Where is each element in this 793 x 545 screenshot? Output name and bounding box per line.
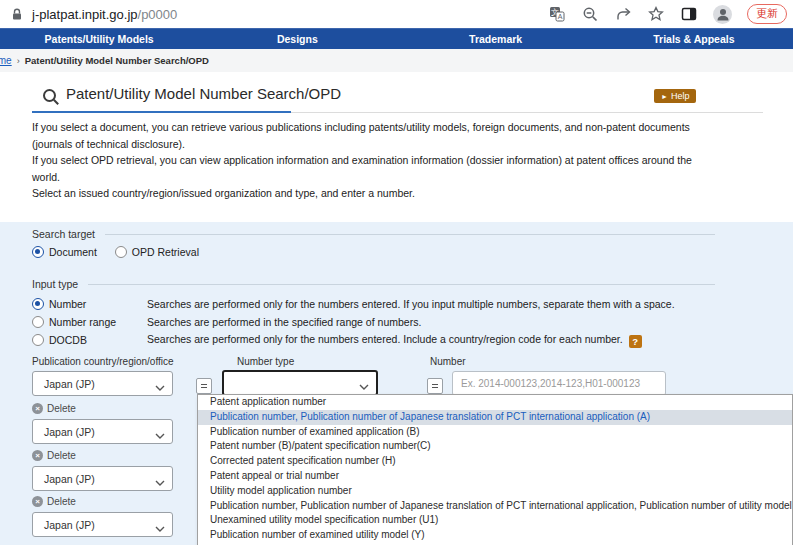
side-panel-icon[interactable] (680, 5, 698, 23)
address-bar[interactable]: j-platpat.inpit.go.jp/p0000 (10, 7, 548, 22)
chrome-toolbar: 文A 更新 (548, 4, 793, 24)
number-option-description: Searches are performed only for the numb… (147, 298, 675, 310)
number-type-column-label: Number type (237, 356, 294, 367)
equals-icon (427, 378, 443, 394)
description-line: If you select OPD retrieval, you can vie… (32, 152, 692, 169)
breadcrumb-home-link[interactable]: Home (0, 55, 12, 66)
number-input-1[interactable] (452, 371, 666, 396)
dropdown-option[interactable]: Patent application number (198, 395, 792, 410)
dropdown-option[interactable]: Utility model application number (198, 484, 792, 499)
dropdown-option[interactable]: Unexamined utility model specification n… (198, 513, 792, 528)
bookmark-star-icon[interactable] (647, 5, 665, 23)
search-target-options: Document OPD Retrieval (32, 246, 199, 258)
dropdown-option[interactable]: Publication number of examined applicati… (198, 425, 792, 440)
nav-trials-appeals[interactable]: Trials & Appeals (595, 29, 793, 50)
radio-number-range-label[interactable]: Number range (49, 316, 134, 328)
country-column-label: Publication country/region/office (32, 356, 174, 367)
radio-number[interactable] (32, 298, 44, 310)
browser-chrome: j-platpat.inpit.go.jp/p0000 文A 更新 (0, 0, 793, 29)
input-type-row-number: Number Searches are performed only for t… (32, 295, 772, 313)
delete-label: Delete (47, 496, 76, 507)
dropdown-option[interactable]: Corrected patent specification number (H… (198, 454, 792, 469)
number-range-option-description: Searches are performed in the specified … (147, 316, 421, 328)
input-type-label: Input type (32, 278, 78, 290)
delete-row-button[interactable]: × Delete (32, 403, 76, 414)
docdb-help-icon[interactable]: ? (629, 335, 642, 348)
dropdown-option[interactable]: Publication number of examined utility m… (198, 528, 792, 543)
delete-label: Delete (47, 403, 76, 414)
radio-number-label[interactable]: Number (49, 298, 134, 310)
input-type-section-header: Input type (32, 278, 715, 290)
help-button[interactable]: ► Help (654, 89, 696, 103)
delete-circle-icon: × (32, 496, 43, 507)
search-icon (42, 88, 60, 110)
share-icon[interactable] (614, 5, 632, 23)
search-target-section-header: Search target (32, 228, 715, 240)
number-type-select-1[interactable] (222, 370, 378, 396)
country-select-4-value: Japan (JP) (44, 519, 95, 531)
description-line: Select an issued country/region/issued o… (32, 185, 692, 202)
chevron-down-icon (155, 429, 165, 441)
url-path: /p0000 (138, 7, 178, 22)
chevron-down-icon (155, 522, 165, 534)
nav-trademark[interactable]: Trademark (397, 29, 595, 50)
dropdown-option[interactable]: Publication number, Publication number o… (198, 499, 792, 514)
country-select-3[interactable]: Japan (JP) (32, 466, 173, 491)
main-nav: Patents/Utility Models Designs Trademark… (0, 28, 793, 50)
country-select-4[interactable]: Japan (JP) (32, 512, 173, 537)
description-line: (journals of technical disclosure). (32, 136, 692, 153)
input-type-row-number-range: Number range Searches are performed in t… (32, 313, 772, 331)
radio-document-label[interactable]: Document (49, 246, 97, 258)
country-select-2[interactable]: Japan (JP) (32, 419, 173, 444)
number-type-dropdown: Patent application number Publication nu… (197, 394, 793, 545)
country-select-1-value: Japan (JP) (44, 378, 95, 390)
chevron-down-icon (155, 476, 165, 488)
number-column-label: Number (430, 356, 466, 367)
radio-number-range[interactable] (32, 316, 44, 328)
page-description: If you select a document, you can retrie… (32, 119, 692, 202)
chevron-down-icon (155, 381, 165, 393)
delete-row-button[interactable]: × Delete (32, 496, 76, 507)
equals-icon (196, 378, 212, 394)
zoom-out-icon[interactable] (581, 5, 599, 23)
radio-opd-retrieval-label[interactable]: OPD Retrieval (132, 246, 199, 258)
delete-row-button[interactable]: × Delete (32, 450, 76, 461)
svg-text:A: A (558, 13, 563, 20)
docdb-option-description: Searches are performed only for the numb… (147, 333, 642, 348)
url-text[interactable]: j-platpat.inpit.go.jp/p0000 (32, 7, 177, 22)
url-host: j-platpat.inpit.go.jp (32, 7, 138, 22)
breadcrumb: Home › Patent/Utility Model Number Searc… (0, 49, 793, 72)
country-select-3-value: Japan (JP) (44, 473, 95, 485)
input-type-row-docdb: DOCDB Searches are performed only for th… (32, 331, 772, 349)
chevron-down-icon (359, 380, 369, 392)
radio-opd-retrieval[interactable] (115, 246, 127, 258)
screen: j-platpat.inpit.go.jp/p0000 文A 更新 (0, 0, 793, 545)
delete-label: Delete (47, 450, 76, 461)
breadcrumb-current: Patent/Utility Model Number Search/OPD (25, 55, 209, 66)
country-select-2-value: Japan (JP) (44, 426, 95, 438)
description-line: world. (32, 169, 692, 186)
radio-docdb[interactable] (32, 334, 44, 346)
breadcrumb-separator: › (17, 56, 20, 66)
delete-circle-icon: × (32, 403, 43, 414)
lock-icon[interactable] (10, 7, 24, 22)
section-rule (105, 234, 715, 235)
dropdown-option[interactable]: Patent appeal or trial number (198, 469, 792, 484)
nav-designs[interactable]: Designs (198, 29, 396, 50)
update-button[interactable]: 更新 (747, 4, 787, 24)
description-line: If you select a document, you can retrie… (32, 119, 692, 136)
nav-patents-utility-models[interactable]: Patents/Utility Models (0, 29, 198, 50)
translate-icon[interactable]: 文A (548, 5, 566, 23)
radio-docdb-label[interactable]: DOCDB (49, 334, 134, 346)
dropdown-option[interactable]: Patent number (B)/patent specification n… (198, 439, 792, 454)
page-title: Patent/Utility Model Number Search/OPD (66, 85, 341, 102)
help-arrow-icon: ► (661, 93, 668, 100)
country-select-1[interactable]: Japan (JP) (32, 371, 173, 396)
dropdown-option-selected[interactable]: Publication number, Publication number o… (198, 410, 792, 425)
section-rule (88, 284, 715, 285)
radio-document[interactable] (32, 246, 44, 258)
input-type-options: Number Searches are performed only for t… (32, 295, 772, 349)
profile-avatar[interactable] (713, 5, 732, 24)
search-target-label: Search target (32, 228, 95, 240)
delete-circle-icon: × (32, 450, 43, 461)
